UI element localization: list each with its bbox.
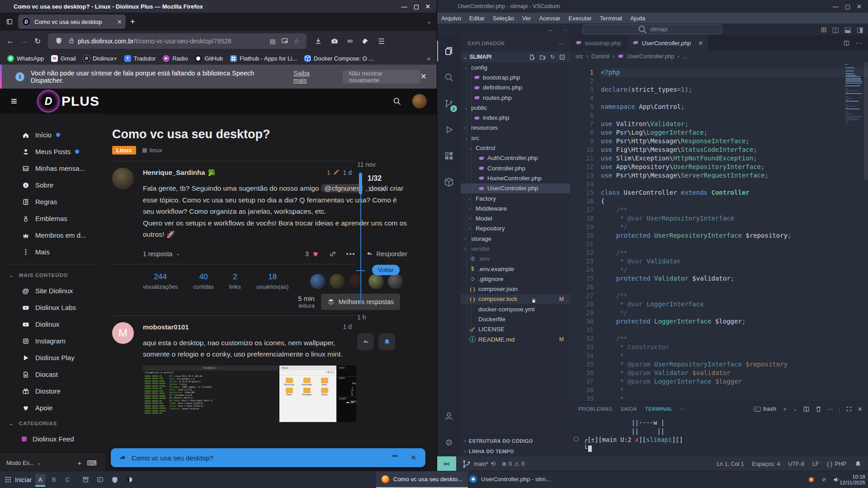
- terminal-output[interactable]: ||----w | || ||┌[±][main U:2 ✗][slimapi]…: [570, 416, 868, 453]
- darkapp-icon[interactable]: [126, 476, 133, 483]
- tree-item-composer.lock[interactable]: { }composer.lockM: [461, 294, 570, 304]
- tree-item-license[interactable]: LICENSE: [461, 324, 570, 334]
- category-badge[interactable]: Linux: [112, 146, 136, 155]
- cursor-position[interactable]: Ln 1, Col 1: [717, 461, 744, 467]
- mention-link[interactable]: @cfgnunes: [321, 184, 364, 192]
- search-icon[interactable]: [438, 67, 460, 88]
- panel-tab-problemas[interactable]: PROBLEMAS: [578, 406, 612, 412]
- forum-logo[interactable]: D PLUS: [38, 91, 99, 112]
- sidebar-item-membros-em-d[interactable]: Membros em d...: [0, 227, 105, 244]
- tree-item-.gitignore[interactable]: .gitignore: [461, 274, 570, 284]
- editor-more-icon[interactable]: ⋯: [855, 39, 863, 47]
- forward-button[interactable]: →: [20, 37, 28, 46]
- workspace-c[interactable]: C: [62, 474, 72, 486]
- extensions-icon[interactable]: [362, 38, 369, 45]
- git-branch[interactable]: main*⟲: [462, 459, 495, 469]
- tree-item-resources[interactable]: ›resources: [461, 123, 570, 133]
- downloads-icon[interactable]: [315, 38, 322, 45]
- copy-link-icon[interactable]: [329, 250, 336, 258]
- tree-item-definitions.php[interactable]: definitions.php: [461, 83, 570, 93]
- panel-more-icon[interactable]: ⋯: [680, 406, 685, 412]
- participant-avatar[interactable]: [349, 273, 365, 290]
- breadcrumb-3[interactable]: UserController.php: [627, 53, 674, 60]
- tracking-shield-icon[interactable]: [55, 37, 62, 46]
- section-estrutura-do-c-digo[interactable]: ›ESTRUTURA DO CÓDIGO: [461, 436, 570, 446]
- shield-icon[interactable]: [111, 476, 118, 483]
- participant-avatar[interactable]: [387, 273, 404, 290]
- menu-seleo[interactable]: Seleção: [489, 15, 518, 22]
- sidebar-item-meus-posts[interactable]: Meus Posts: [0, 143, 105, 160]
- sidebar-item-diostore[interactable]: Diostore: [0, 383, 105, 399]
- sidebar-item-diocast[interactable]: Diocast: [0, 366, 105, 383]
- sidebar-item-minhas-mensa[interactable]: Minhas mensa...: [0, 160, 105, 177]
- panel-dots-icon[interactable]: ⋯: [827, 406, 833, 413]
- topic-stat-usuriosas[interactable]: 18usuários(as): [256, 272, 289, 290]
- account-icon[interactable]: [438, 406, 460, 427]
- tree-item-composer.json[interactable]: { }composer.json: [461, 284, 570, 294]
- notify-bell-button[interactable]: [378, 333, 395, 350]
- editor-scrollbar[interactable]: [864, 62, 868, 402]
- dark-mode-toggle[interactable]: Modo Es...⌄: [6, 460, 41, 466]
- keyboard-icon[interactable]: ⌨: [87, 459, 97, 467]
- tree-item-middleware[interactable]: ›Middleware: [461, 203, 570, 213]
- tree-item-authcontroller.php[interactable]: AuthController.php: [461, 153, 570, 163]
- tree-item-docker-compose.yml[interactable]: docker-compose.yml: [461, 304, 570, 314]
- shielddark-icon[interactable]: [821, 476, 827, 483]
- folder-downloads[interactable]: Downloads: [298, 377, 316, 386]
- tree-item-vendor[interactable]: ›vendor: [461, 244, 570, 253]
- topic-stat-curtidas[interactable]: 40curtidas: [193, 272, 214, 290]
- run-debug-icon[interactable]: [438, 119, 460, 140]
- settings-gear-icon[interactable]: ⚙: [438, 432, 460, 453]
- tree-item-repository[interactable]: ›Repository: [461, 224, 570, 234]
- sidebar-item-emblemas[interactable]: Emblemas: [0, 210, 105, 227]
- like-button[interactable]: 3: [305, 250, 319, 258]
- sidebar-item-site-diolinux[interactable]: @Site Diolinux: [0, 282, 105, 299]
- url-bar[interactable]: plus.diolinux.com.br/t/como-vc-usa-seu-d…: [48, 33, 307, 49]
- bookmark-github[interactable]: GitHub: [195, 55, 222, 62]
- maximize-icon[interactable]: ▢: [845, 3, 850, 10]
- toggle-panel-icon[interactable]: ⬓: [844, 25, 851, 34]
- customize-layout-icon[interactable]: ⊞: [821, 25, 826, 34]
- split-terminal-icon[interactable]: [803, 406, 810, 413]
- learn-more-link[interactable]: Saiba mais: [293, 70, 325, 84]
- participant-avatar[interactable]: [368, 273, 384, 290]
- timeline-thumb[interactable]: [359, 173, 362, 194]
- problems-indicator[interactable]: ⊗0⚠0: [502, 460, 525, 467]
- minimap[interactable]: [845, 64, 863, 124]
- pip-icon[interactable]: [281, 37, 288, 46]
- source-control-icon[interactable]: 2: [438, 93, 460, 114]
- maximize-panel-icon[interactable]: [846, 406, 852, 412]
- nav-back-icon[interactable]: ←: [548, 26, 554, 33]
- updater-icon[interactable]: [808, 476, 815, 483]
- bookmark-dioplus[interactable]: DDiolinux+: [83, 55, 117, 62]
- notification-close-icon[interactable]: ✕: [420, 72, 427, 81]
- encoding[interactable]: UTF-8: [788, 461, 804, 467]
- edit-count[interactable]: 1: [327, 169, 340, 176]
- more-content-header[interactable]: ⌄MAIS CONTEÚDO: [0, 268, 105, 282]
- bookmark-flathub[interactable]: Flathub - Apps for Li...: [230, 55, 297, 62]
- participant-avatar[interactable]: [329, 273, 345, 290]
- tree-item-.env.example[interactable]: $.env.example: [461, 264, 570, 274]
- section-linha-do-tempo[interactable]: ›LINHA DO TEMPO: [461, 446, 570, 456]
- archivebox-icon[interactable]: [82, 476, 89, 483]
- back-button[interactable]: ←: [6, 37, 14, 46]
- bookmark-gmail[interactable]: MGmail: [51, 55, 76, 62]
- sidebar-item-mais[interactable]: Mais: [0, 244, 105, 260]
- editor-tab-bootstrap.php[interactable]: bootstrap.php: [570, 35, 627, 51]
- collapse-up-icon[interactable]: ⌃⌃: [391, 454, 399, 462]
- tree-item-public[interactable]: ⌄public: [461, 103, 570, 113]
- tab-close-icon[interactable]: ✕: [117, 19, 122, 25]
- tree-item-readme.md[interactable]: iREADME.mdM: [461, 334, 570, 344]
- editor-tab-usercontroller.php[interactable]: UserController.php✕: [627, 35, 709, 51]
- folder-music[interactable]: Music: [316, 377, 333, 386]
- explorer-icon[interactable]: [437, 41, 460, 61]
- indentation[interactable]: Espaços: 4: [752, 461, 780, 467]
- reply-button[interactable]: Responder: [366, 250, 408, 258]
- bookmark-docker[interactable]: Docker Compose: O ...: [304, 55, 373, 62]
- containers-icon[interactable]: [438, 172, 460, 192]
- menu-terminal[interactable]: Terminal: [596, 15, 626, 22]
- account-sync-icon[interactable]: ∞: [347, 37, 353, 46]
- user-avatar[interactable]: [412, 94, 427, 108]
- kill-terminal-icon[interactable]: [815, 406, 822, 413]
- terminal-dropdown-icon[interactable]: ⌄: [793, 407, 797, 412]
